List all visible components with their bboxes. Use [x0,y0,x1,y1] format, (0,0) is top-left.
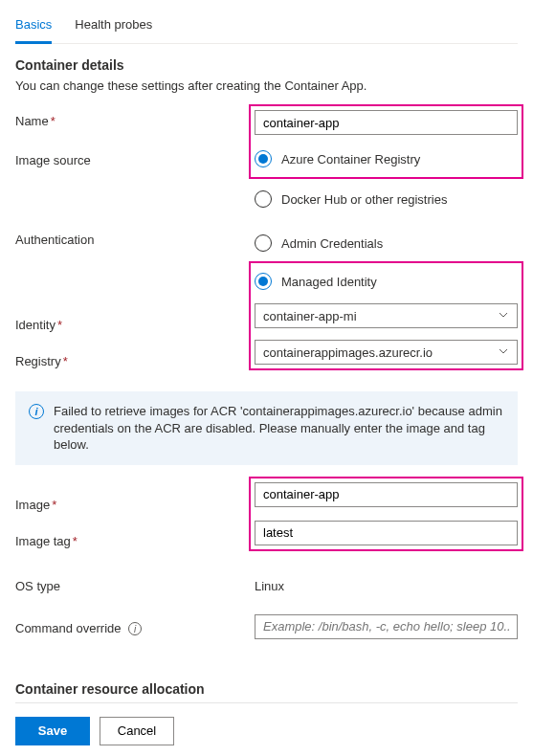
info-text: Failed to retrieve images for ACR 'conta… [54,403,504,454]
radio-managed-identity[interactable]: Managed Identity [255,267,518,296]
registry-label: Registry [15,354,61,368]
radio-managed-label: Managed Identity [281,275,377,289]
radio-acr[interactable]: Azure Container Registry [255,145,518,173]
command-override-label: Command override [15,621,122,635]
radio-admin-credentials[interactable]: Admin Credentials [255,229,518,257]
radio-icon [255,190,272,208]
footer-actions: Save Cancel [15,713,518,745]
radio-icon [255,234,272,252]
save-button[interactable]: Save [15,717,90,745]
image-input[interactable] [255,482,518,507]
section-heading-container-details: Container details [15,57,518,73]
radio-docker-label: Docker Hub or other registries [281,192,447,207]
identity-select[interactable]: container-app-mi [255,303,518,328]
tab-basics[interactable]: Basics [15,13,52,44]
required-asterisk: * [73,534,78,548]
image-source-label: Image source [15,153,255,167]
image-tag-input[interactable] [255,521,518,545]
section-desc: You can change these settings after crea… [15,78,518,93]
required-asterisk: * [57,318,62,332]
info-icon[interactable]: i [128,622,142,635]
highlight-box: Azure Container Registry [249,104,523,179]
info-icon: i [29,404,44,419]
radio-icon [255,273,272,290]
highlight-box: Managed Identity container-app-mi contai… [249,261,523,370]
tab-health-probes[interactable]: Health probes [75,13,152,43]
required-asterisk: * [63,354,68,368]
os-type-value: Linux [255,575,518,593]
radio-acr-label: Azure Container Registry [281,152,420,167]
required-asterisk: * [51,114,56,128]
radio-admin-label: Admin Credentials [281,236,383,251]
cancel-button[interactable]: Cancel [100,717,174,745]
image-tag-label: Image tag [15,534,71,548]
registry-value: containerappimages.azurecr.io [263,345,433,360]
identity-label: Identity [15,318,56,332]
command-override-input[interactable] [255,614,518,639]
registry-select[interactable]: containerappimages.azurecr.io [255,340,518,365]
section-heading-resource-allocation: Container resource allocation [15,681,518,697]
chevron-down-icon [498,345,509,360]
identity-value: container-app-mi [263,309,357,323]
required-asterisk: * [52,498,56,512]
info-message-box: i Failed to retrieve images for ACR 'con… [15,391,518,465]
name-input[interactable] [255,110,518,135]
highlight-box [249,477,523,551]
name-label: Name [15,114,49,128]
chevron-down-icon [498,309,509,323]
radio-icon [255,150,272,167]
tabs-bar: Basics Health probes [15,13,518,44]
image-label: Image [15,498,50,512]
separator [15,702,518,703]
authentication-label: Authentication [15,229,255,247]
radio-docker[interactable]: Docker Hub or other registries [255,185,518,213]
os-type-label: OS type [15,575,255,593]
